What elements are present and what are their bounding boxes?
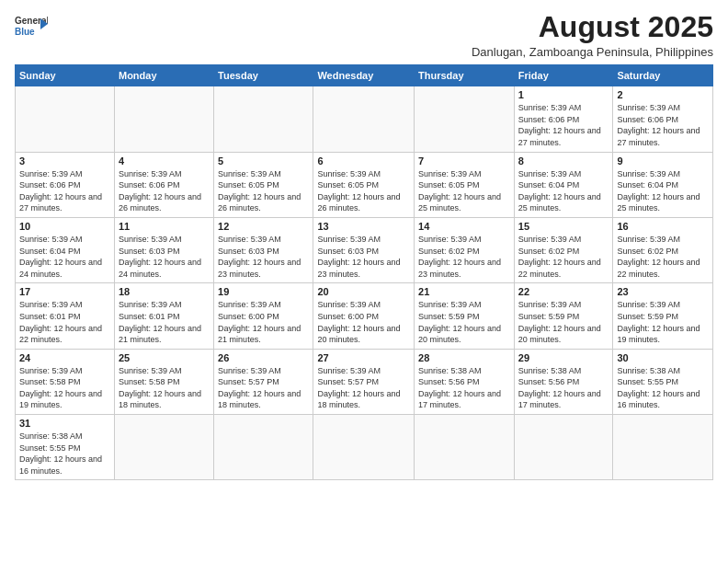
- day-info: Sunrise: 5:39 AM Sunset: 5:57 PM Dayligh…: [218, 365, 309, 411]
- calendar-week-row: 10Sunrise: 5:39 AM Sunset: 6:04 PM Dayli…: [16, 217, 713, 282]
- day-number: 11: [119, 221, 210, 232]
- calendar-table: Sunday Monday Tuesday Wednesday Thursday…: [15, 64, 713, 480]
- day-number: 8: [518, 155, 609, 167]
- day-info: Sunrise: 5:39 AM Sunset: 5:59 PM Dayligh…: [518, 299, 609, 345]
- day-info: Sunrise: 5:39 AM Sunset: 5:57 PM Dayligh…: [317, 365, 410, 411]
- day-info: Sunrise: 5:39 AM Sunset: 6:00 PM Dayligh…: [317, 299, 410, 345]
- day-number: 20: [317, 286, 410, 297]
- day-number: 12: [218, 221, 309, 232]
- day-number: 17: [19, 286, 110, 297]
- day-info: Sunrise: 5:39 AM Sunset: 6:01 PM Dayligh…: [119, 299, 210, 345]
- calendar-week-row: 24Sunrise: 5:39 AM Sunset: 5:58 PM Dayli…: [16, 349, 713, 414]
- day-info: Sunrise: 5:39 AM Sunset: 5:58 PM Dayligh…: [19, 365, 110, 411]
- day-number: 3: [19, 155, 110, 167]
- col-thursday: Thursday: [415, 65, 515, 86]
- table-row: 15Sunrise: 5:39 AM Sunset: 6:02 PM Dayli…: [514, 217, 613, 282]
- table-row: [214, 415, 313, 480]
- day-info: Sunrise: 5:39 AM Sunset: 6:04 PM Dayligh…: [617, 168, 709, 214]
- title-block: August 2025 Danlugan, Zamboanga Peninsul…: [472, 11, 713, 59]
- table-row: 23Sunrise: 5:39 AM Sunset: 5:59 PM Dayli…: [613, 283, 713, 349]
- calendar-week-row: 17Sunrise: 5:39 AM Sunset: 6:01 PM Dayli…: [16, 283, 713, 349]
- table-row: 31Sunrise: 5:38 AM Sunset: 5:55 PM Dayli…: [16, 415, 115, 480]
- day-info: Sunrise: 5:39 AM Sunset: 6:03 PM Dayligh…: [119, 234, 210, 280]
- day-number: 6: [317, 155, 410, 167]
- page: General Blue August 2025 Danlugan, Zambo…: [0, 0, 728, 563]
- table-row: [313, 86, 415, 152]
- table-row: 3Sunrise: 5:39 AM Sunset: 6:06 PM Daylig…: [16, 152, 115, 217]
- day-number: 15: [518, 221, 609, 232]
- main-title: August 2025: [472, 11, 713, 43]
- col-friday: Friday: [514, 65, 613, 86]
- day-info: Sunrise: 5:39 AM Sunset: 6:06 PM Dayligh…: [19, 168, 110, 214]
- table-row: 19Sunrise: 5:39 AM Sunset: 6:00 PM Dayli…: [214, 283, 313, 349]
- day-info: Sunrise: 5:38 AM Sunset: 5:56 PM Dayligh…: [418, 365, 510, 411]
- table-row: 24Sunrise: 5:39 AM Sunset: 5:58 PM Dayli…: [16, 349, 115, 414]
- table-row: [114, 415, 213, 480]
- table-row: 6Sunrise: 5:39 AM Sunset: 6:05 PM Daylig…: [313, 152, 415, 217]
- day-info: Sunrise: 5:39 AM Sunset: 6:05 PM Dayligh…: [418, 168, 510, 214]
- calendar-week-row: 31Sunrise: 5:38 AM Sunset: 5:55 PM Dayli…: [16, 415, 713, 480]
- day-info: Sunrise: 5:39 AM Sunset: 6:06 PM Dayligh…: [518, 102, 609, 148]
- day-number: 10: [19, 221, 110, 232]
- table-row: 10Sunrise: 5:39 AM Sunset: 6:04 PM Dayli…: [16, 217, 115, 282]
- table-row: 5Sunrise: 5:39 AM Sunset: 6:05 PM Daylig…: [214, 152, 313, 217]
- day-info: Sunrise: 5:39 AM Sunset: 6:04 PM Dayligh…: [19, 234, 110, 280]
- day-number: 2: [617, 89, 709, 100]
- day-number: 9: [617, 155, 709, 167]
- day-info: Sunrise: 5:39 AM Sunset: 6:01 PM Dayligh…: [19, 299, 110, 345]
- col-monday: Monday: [114, 65, 213, 86]
- table-row: 25Sunrise: 5:39 AM Sunset: 5:58 PM Dayli…: [114, 349, 213, 414]
- day-info: Sunrise: 5:39 AM Sunset: 5:58 PM Dayligh…: [119, 365, 210, 411]
- table-row: 27Sunrise: 5:39 AM Sunset: 5:57 PM Dayli…: [313, 349, 415, 414]
- table-row: 7Sunrise: 5:39 AM Sunset: 6:05 PM Daylig…: [415, 152, 515, 217]
- day-info: Sunrise: 5:38 AM Sunset: 5:55 PM Dayligh…: [617, 365, 709, 411]
- day-number: 22: [518, 286, 609, 297]
- table-row: 1Sunrise: 5:39 AM Sunset: 6:06 PM Daylig…: [514, 86, 613, 152]
- day-number: 31: [19, 418, 110, 429]
- header: General Blue August 2025 Danlugan, Zambo…: [15, 11, 713, 59]
- table-row: 17Sunrise: 5:39 AM Sunset: 6:01 PM Dayli…: [16, 283, 115, 349]
- table-row: 30Sunrise: 5:38 AM Sunset: 5:55 PM Dayli…: [613, 349, 713, 414]
- table-row: 20Sunrise: 5:39 AM Sunset: 6:00 PM Dayli…: [313, 283, 415, 349]
- day-info: Sunrise: 5:39 AM Sunset: 6:02 PM Dayligh…: [418, 234, 510, 280]
- day-info: Sunrise: 5:39 AM Sunset: 6:05 PM Dayligh…: [218, 168, 309, 214]
- table-row: 9Sunrise: 5:39 AM Sunset: 6:04 PM Daylig…: [613, 152, 713, 217]
- day-number: 13: [317, 221, 410, 232]
- col-tuesday: Tuesday: [214, 65, 313, 86]
- day-number: 27: [317, 352, 410, 363]
- table-row: 22Sunrise: 5:39 AM Sunset: 5:59 PM Dayli…: [514, 283, 613, 349]
- table-row: 28Sunrise: 5:38 AM Sunset: 5:56 PM Dayli…: [415, 349, 515, 414]
- table-row: 16Sunrise: 5:39 AM Sunset: 6:02 PM Dayli…: [613, 217, 713, 282]
- day-number: 21: [418, 286, 510, 297]
- table-row: 26Sunrise: 5:39 AM Sunset: 5:57 PM Dayli…: [214, 349, 313, 414]
- table-row: 4Sunrise: 5:39 AM Sunset: 6:06 PM Daylig…: [114, 152, 213, 217]
- table-row: [415, 415, 515, 480]
- calendar-header-row: Sunday Monday Tuesday Wednesday Thursday…: [16, 65, 713, 86]
- table-row: 12Sunrise: 5:39 AM Sunset: 6:03 PM Dayli…: [214, 217, 313, 282]
- logo: General Blue: [15, 11, 48, 44]
- col-sunday: Sunday: [16, 65, 115, 86]
- svg-text:Blue: Blue: [15, 27, 35, 37]
- day-number: 30: [617, 352, 709, 363]
- day-info: Sunrise: 5:39 AM Sunset: 6:02 PM Dayligh…: [617, 234, 709, 280]
- day-number: 24: [19, 352, 110, 363]
- calendar-week-row: 3Sunrise: 5:39 AM Sunset: 6:06 PM Daylig…: [16, 152, 713, 217]
- day-info: Sunrise: 5:39 AM Sunset: 6:06 PM Dayligh…: [617, 102, 709, 148]
- day-info: Sunrise: 5:39 AM Sunset: 6:06 PM Dayligh…: [119, 168, 210, 214]
- table-row: [16, 86, 115, 152]
- day-number: 29: [518, 352, 609, 363]
- day-number: 4: [119, 155, 210, 167]
- day-number: 1: [518, 89, 609, 100]
- day-info: Sunrise: 5:39 AM Sunset: 6:03 PM Dayligh…: [317, 234, 410, 280]
- day-number: 23: [617, 286, 709, 297]
- calendar-week-row: 1Sunrise: 5:39 AM Sunset: 6:06 PM Daylig…: [16, 86, 713, 152]
- table-row: 13Sunrise: 5:39 AM Sunset: 6:03 PM Dayli…: [313, 217, 415, 282]
- day-info: Sunrise: 5:38 AM Sunset: 5:55 PM Dayligh…: [19, 431, 110, 477]
- day-number: 5: [218, 155, 309, 167]
- day-info: Sunrise: 5:39 AM Sunset: 5:59 PM Dayligh…: [418, 299, 510, 345]
- day-info: Sunrise: 5:38 AM Sunset: 5:56 PM Dayligh…: [518, 365, 609, 411]
- table-row: [214, 86, 313, 152]
- day-number: 7: [418, 155, 510, 167]
- day-info: Sunrise: 5:39 AM Sunset: 6:03 PM Dayligh…: [218, 234, 309, 280]
- table-row: [613, 415, 713, 480]
